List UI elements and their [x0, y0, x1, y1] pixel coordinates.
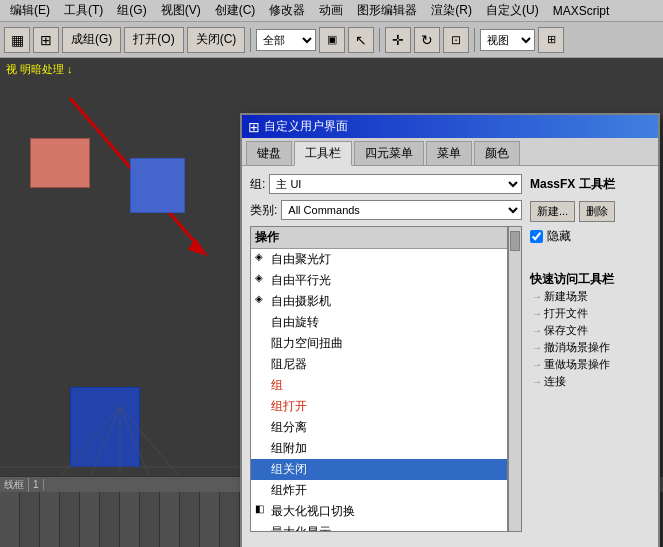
group-row: 组: 主 UI: [250, 174, 522, 194]
toolbar-icon-1[interactable]: ▦: [4, 27, 30, 53]
dialog-body: 组: 主 UI 类别: All Commands 操作: [242, 166, 658, 540]
group-label: 组:: [250, 176, 265, 193]
tab-keyboard[interactable]: 键盘: [246, 141, 292, 165]
viewport-label: 视 明暗处理 ↓: [2, 60, 77, 79]
list-item[interactable]: 组: [251, 375, 507, 396]
timeline-col: [60, 492, 80, 547]
select-icon[interactable]: ▣: [319, 27, 345, 53]
customize-dialog: ⊞ 自定义用户界面 键盘 工具栏 四元菜单 菜单 颜色 组: 主 UI: [240, 113, 660, 547]
menu-create[interactable]: 创建(C): [209, 0, 262, 21]
arrow-icon: →: [532, 325, 542, 336]
menu-tools[interactable]: 工具(T): [58, 0, 109, 21]
move-icon[interactable]: ✛: [385, 27, 411, 53]
quick-access-label: 打开文件: [544, 306, 588, 321]
sep2: [379, 28, 380, 52]
hide-checkbox[interactable]: [530, 230, 543, 243]
menu-graph-editor[interactable]: 图形编辑器: [351, 0, 423, 21]
dialog-left-panel: 组: 主 UI 类别: All Commands 操作: [250, 174, 522, 532]
open-button[interactable]: 打开(O): [124, 27, 183, 53]
toolbar-icon-2[interactable]: ⊞: [33, 27, 59, 53]
rotate-icon[interactable]: ↻: [414, 27, 440, 53]
list-item[interactable]: 最大化显示: [251, 522, 507, 532]
hide-label: 隐藏: [547, 228, 571, 245]
viewport-icon[interactable]: ⊞: [538, 27, 564, 53]
new-toolbar-button[interactable]: 新建...: [530, 201, 575, 222]
timeline-col: [20, 492, 40, 547]
tab-quad-menu[interactable]: 四元菜单: [354, 141, 424, 165]
dialog-tabs: 键盘 工具栏 四元菜单 菜单 颜色: [242, 138, 658, 166]
list-item[interactable]: ◧最大化视口切换: [251, 501, 507, 522]
close-button[interactable]: 关闭(C): [187, 27, 246, 53]
commands-list[interactable]: 操作 ◈自由聚光灯◈自由平行光◈自由摄影机自由旋转阻力空间扭曲阻尼器组组打开组分…: [250, 226, 508, 532]
list-item[interactable]: 组关闭: [251, 459, 507, 480]
sep3: [474, 28, 475, 52]
timeline-col: [0, 492, 20, 547]
viewport-mode: 线框: [0, 478, 29, 492]
dialog-title: 自定义用户界面: [264, 118, 348, 135]
group-select[interactable]: 主 UI: [269, 174, 522, 194]
list-item-icon: ◈: [255, 293, 263, 304]
list-item-icon: ◧: [255, 503, 264, 514]
menu-bar: 编辑(E) 工具(T) 组(G) 视图(V) 创建(C) 修改器 动画 图形编辑…: [0, 0, 663, 22]
toolbar-panel-title: MassFX 工具栏: [530, 174, 650, 195]
delete-toolbar-button[interactable]: 删除: [579, 201, 615, 222]
quick-access-label: 连接: [544, 374, 566, 389]
category-select[interactable]: All Commands: [281, 200, 522, 220]
timeline-col: [100, 492, 120, 547]
viewport-frame: 1: [29, 479, 44, 490]
dialog-icon: ⊞: [248, 119, 260, 135]
menu-edit[interactable]: 编辑(E): [4, 0, 56, 21]
list-item[interactable]: ◈自由聚光灯: [251, 249, 507, 270]
arrow-icon[interactable]: ↖: [348, 27, 374, 53]
scrollbar-thumb[interactable]: [510, 231, 520, 251]
quick-access-label: 撤消场景操作: [544, 340, 610, 355]
list-item[interactable]: 组打开: [251, 396, 507, 417]
category-label: 类别:: [250, 202, 277, 219]
menu-modifier[interactable]: 修改器: [263, 0, 311, 21]
menu-maxscript[interactable]: MAXScript: [547, 2, 616, 20]
arrow-icon: →: [532, 359, 542, 370]
arrow-icon: →: [532, 342, 542, 353]
list-item[interactable]: 阻尼器: [251, 354, 507, 375]
timeline-col: [220, 492, 240, 547]
category-row: 类别: All Commands: [250, 200, 522, 220]
quick-access-item[interactable]: →连接: [530, 373, 650, 390]
group-button[interactable]: 成组(G): [62, 27, 121, 53]
dialog-title-bar[interactable]: ⊞ 自定义用户界面: [242, 115, 658, 138]
list-item[interactable]: 自由旋转: [251, 312, 507, 333]
svg-marker-1: [188, 238, 208, 256]
scrollbar[interactable]: [508, 226, 522, 532]
menu-view[interactable]: 视图(V): [155, 0, 207, 21]
list-item[interactable]: 阻力空间扭曲: [251, 333, 507, 354]
quick-access-item[interactable]: →撤消场景操作: [530, 339, 650, 356]
tab-color[interactable]: 颜色: [474, 141, 520, 165]
arrow-icon: →: [532, 308, 542, 319]
menu-customize[interactable]: 自定义(U): [480, 0, 545, 21]
workspace: 视 明暗处理 ↓: [0, 58, 663, 547]
list-item[interactable]: 组附加: [251, 438, 507, 459]
timeline-col: [200, 492, 220, 547]
list-item[interactable]: 组分离: [251, 417, 507, 438]
timeline-col: [120, 492, 140, 547]
list-header: 操作: [251, 227, 507, 249]
list-items-container: ◈自由聚光灯◈自由平行光◈自由摄影机自由旋转阻力空间扭曲阻尼器组组打开组分离组附…: [251, 249, 507, 532]
tab-toolbar[interactable]: 工具栏: [294, 141, 352, 166]
scale-icon[interactable]: ⊡: [443, 27, 469, 53]
list-item[interactable]: ◈自由摄影机: [251, 291, 507, 312]
quick-access-item[interactable]: →保存文件: [530, 322, 650, 339]
quick-access-item[interactable]: →新建场景: [530, 288, 650, 305]
tab-menu[interactable]: 菜单: [426, 141, 472, 165]
quick-access-item[interactable]: →重做场景操作: [530, 356, 650, 373]
menu-render[interactable]: 渲染(R): [425, 0, 478, 21]
menu-group[interactable]: 组(G): [111, 0, 152, 21]
3d-object-pink: [30, 138, 90, 188]
all-select[interactable]: 全部: [256, 29, 316, 51]
quick-access-item[interactable]: →打开文件: [530, 305, 650, 322]
quick-access-label: 新建场景: [544, 289, 588, 304]
list-item[interactable]: ◈自由平行光: [251, 270, 507, 291]
timeline-col: [140, 492, 160, 547]
view-select[interactable]: 视图: [480, 29, 535, 51]
menu-animation[interactable]: 动画: [313, 0, 349, 21]
arrow-icon: →: [532, 376, 542, 387]
list-item[interactable]: 组炸开: [251, 480, 507, 501]
